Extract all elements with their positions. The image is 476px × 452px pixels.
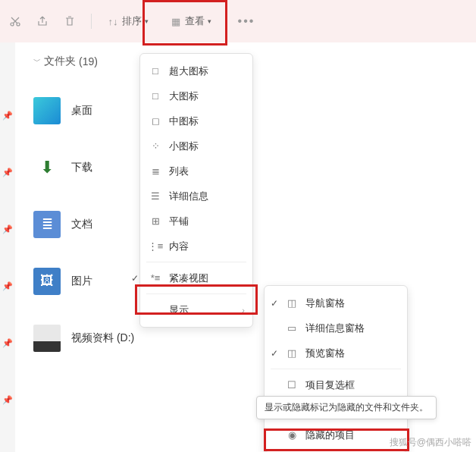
- watermark: 搜狐号@偶西小嗒嗒: [390, 436, 471, 449]
- menu-item[interactable]: ☰详细信息: [140, 184, 252, 209]
- check-icon: ✓: [271, 348, 278, 359]
- chevron-down-icon: ▾: [208, 17, 211, 25]
- drive-icon: [33, 325, 61, 352]
- view-menu: □超大图标□大图标◻中图标⁘小图标≣列表☰详细信息⊞平铺⋮≡内容✓*≡紧凑视图显…: [139, 53, 253, 328]
- show-submenu: ✓◫导航窗格▭详细信息窗格✓◫预览窗格☐项目复选框✓—文件扩展名◉隐藏的项目: [264, 285, 408, 452]
- folder-header-count: (19): [79, 55, 98, 67]
- pin-icon: 📌: [0, 338, 15, 395]
- list-item[interactable]: ⬇ 下载: [33, 139, 476, 196]
- menu-item-label: 显示: [169, 303, 189, 317]
- desktop-icon: [33, 97, 61, 124]
- menu-item-icon: ⋮≡: [149, 240, 161, 252]
- download-icon: ⬇: [33, 154, 61, 181]
- menu-item-label: 项目复选框: [305, 378, 355, 392]
- menu-item-icon: ⁘: [149, 140, 161, 152]
- sort-label: 排序: [122, 14, 142, 28]
- menu-item-label: 中图标: [169, 115, 199, 128]
- view-label: 查看: [185, 14, 205, 28]
- document-icon: ≣: [33, 211, 61, 238]
- list-item[interactable]: 视频资料 (D:): [33, 309, 476, 366]
- folder-header[interactable]: ﹀ 文件夹 (19): [33, 55, 476, 68]
- pin-icon: 📌: [0, 168, 15, 224]
- menu-item-label: 详细信息窗格: [305, 322, 365, 335]
- check-icon: ✓: [131, 273, 139, 284]
- list-item[interactable]: 🖼 图片: [33, 253, 476, 309]
- menu-item-icon: *≡: [149, 272, 161, 284]
- menu-item-icon: □: [149, 90, 161, 102]
- menu-item[interactable]: ⋮≡内容: [140, 234, 252, 259]
- pin-column: 📌 📌 📌 📌 📌 📌: [0, 42, 15, 452]
- pin-icon: 📌: [0, 281, 15, 338]
- menu-item-icon: ☰: [149, 190, 161, 202]
- pin-icon: 📌: [0, 395, 15, 452]
- menu-item-icon: ◫: [286, 347, 298, 359]
- chevron-down-icon: ﹀: [33, 56, 41, 67]
- menu-item-icon: ◻: [149, 115, 161, 127]
- menu-item-label: 预览窗格: [305, 347, 345, 360]
- menu-item-label: 超大图标: [169, 64, 208, 78]
- share-icon[interactable]: [36, 15, 49, 27]
- pictures-icon: 🖼: [33, 268, 61, 295]
- menu-item-label: 隐藏的项目: [305, 428, 355, 442]
- delete-icon[interactable]: [64, 15, 76, 27]
- menu-item-label: 大图标: [169, 89, 199, 103]
- tooltip: 显示或隐藏标记为隐藏的文件和文件夹。: [256, 396, 437, 419]
- menu-item-icon: ⊞: [149, 215, 161, 227]
- menu-item[interactable]: ✓*≡紧凑视图: [140, 265, 252, 290]
- menu-item[interactable]: □大图标: [140, 83, 252, 108]
- view-icon: ▦: [170, 15, 182, 27]
- menu-item[interactable]: ≣列表: [140, 159, 252, 184]
- menu-item-label: 导航窗格: [305, 297, 345, 310]
- item-label: 视频资料 (D:): [71, 331, 134, 345]
- item-label: 文档: [71, 218, 92, 231]
- menu-item-icon: ◫: [286, 297, 298, 309]
- menu-item[interactable]: ✓◫导航窗格: [265, 290, 407, 315]
- menu-item-icon: ☐: [286, 379, 298, 391]
- menu-item-icon: ▭: [286, 322, 298, 334]
- menu-item-label: 小图标: [169, 140, 199, 153]
- menu-item[interactable]: ☐项目复选框: [265, 372, 407, 397]
- more-icon[interactable]: •••: [240, 15, 252, 27]
- menu-item[interactable]: ◉隐藏的项目: [265, 422, 407, 447]
- menu-item-label: 紧凑视图: [169, 272, 208, 285]
- cut-icon[interactable]: [9, 15, 21, 27]
- pin-icon: 📌: [0, 224, 15, 281]
- view-button[interactable]: ▦ 查看 ▾: [170, 14, 211, 28]
- menu-item-icon: □: [149, 65, 161, 77]
- list-item[interactable]: ≣ 文档: [33, 196, 476, 253]
- menu-item[interactable]: □超大图标: [140, 58, 252, 83]
- menu-item[interactable]: 显示›: [140, 297, 252, 322]
- sort-button[interactable]: ↑↓ 排序 ▾: [107, 14, 149, 28]
- menu-item[interactable]: ⊞平铺: [140, 209, 252, 234]
- menu-item[interactable]: ⁘小图标: [140, 133, 252, 159]
- menu-item[interactable]: ▭详细信息窗格: [265, 315, 407, 341]
- chevron-down-icon: ▾: [145, 17, 149, 25]
- menu-item-label: 平铺: [169, 215, 189, 228]
- toolbar: ↑↓ 排序 ▾ ▦ 查看 ▾ •••: [0, 0, 476, 42]
- menu-item-icon: ≣: [149, 165, 161, 177]
- chevron-right-icon: ›: [242, 306, 245, 315]
- item-label: 图片: [71, 275, 92, 288]
- folder-header-label: 文件夹: [44, 55, 76, 68]
- pin-icon: 📌: [0, 111, 15, 168]
- menu-item[interactable]: ◻中图标: [140, 108, 252, 133]
- menu-item-label: 列表: [169, 165, 189, 178]
- menu-item-label: 详细信息: [169, 190, 208, 203]
- sort-icon: ↑↓: [107, 15, 119, 27]
- item-label: 桌面: [71, 104, 92, 118]
- menu-item-icon: ◉: [286, 429, 298, 441]
- menu-item[interactable]: ✓◫预览窗格: [265, 341, 407, 366]
- menu-item-label: 内容: [169, 240, 189, 253]
- item-label: 下载: [71, 161, 92, 174]
- check-icon: ✓: [271, 298, 278, 309]
- list-item[interactable]: 桌面: [33, 82, 476, 139]
- divider: [91, 14, 92, 29]
